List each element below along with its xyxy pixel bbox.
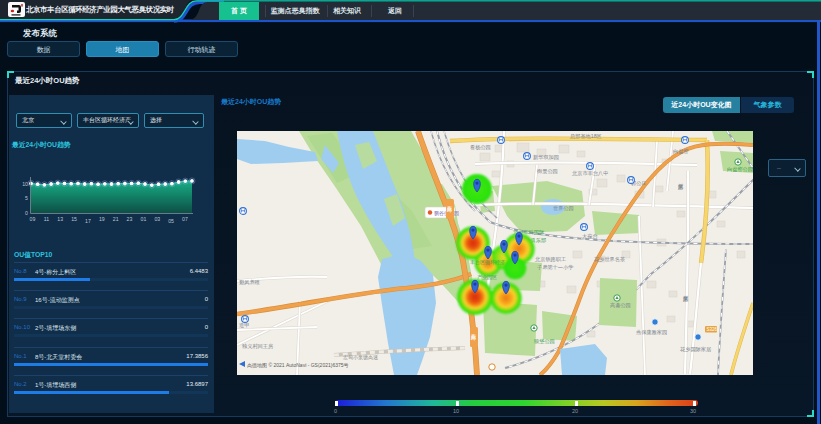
svg-text:新华双加园: 新华双加园 bbox=[533, 154, 559, 160]
svg-text:09: 09 bbox=[30, 216, 36, 222]
svg-text:0: 0 bbox=[25, 210, 28, 216]
svg-text:丰台区循环经济: 丰台区循环经济 bbox=[470, 259, 505, 266]
svg-text:大葆台: 大葆台 bbox=[582, 233, 598, 240]
svg-text:独义村回王房: 独义村回王房 bbox=[242, 343, 273, 350]
svg-text:白盆窑: 白盆窑 bbox=[673, 148, 689, 155]
svg-text:10: 10 bbox=[22, 181, 28, 187]
svg-text:19: 19 bbox=[99, 216, 105, 222]
svg-text:高德地图 © 2021 AutoNavi - GS(2021: 高德地图 © 2021 AutoNavi - GS(2021)6375号 bbox=[247, 362, 349, 369]
svg-text:北京市丰台八中: 北京市丰台八中 bbox=[571, 170, 608, 177]
svg-text:01: 01 bbox=[141, 216, 147, 222]
svg-text:白盆窑公园: 白盆窑公园 bbox=[727, 166, 753, 173]
svg-text:13: 13 bbox=[57, 216, 63, 222]
svg-text:北京铁路职工: 北京铁路职工 bbox=[534, 256, 566, 263]
svg-text:花乡世界名茶: 花乡世界名茶 bbox=[594, 256, 625, 263]
svg-text:鹅凤养殖: 鹅凤养殖 bbox=[239, 279, 260, 286]
svg-text:23: 23 bbox=[127, 216, 133, 222]
svg-text:狼垡公园: 狼垡公园 bbox=[534, 338, 555, 345]
svg-text:子弟第十一小学: 子弟第十一小学 bbox=[537, 264, 573, 270]
svg-text:世界公园: 世界公园 bbox=[553, 205, 574, 211]
svg-text:05: 05 bbox=[168, 218, 174, 224]
svg-text:S326: S326 bbox=[707, 327, 718, 332]
svg-text:高鑫公园: 高鑫公园 bbox=[610, 302, 631, 308]
svg-text:宏甸小泉塘高速: 宏甸小泉塘高速 bbox=[343, 354, 378, 360]
svg-text:花乡国际家居: 花乡国际家居 bbox=[680, 346, 712, 353]
svg-text:看杨公园: 看杨公园 bbox=[470, 144, 491, 151]
svg-text:燕保康雅家园: 燕保康雅家园 bbox=[636, 329, 667, 336]
svg-text:造甲: 造甲 bbox=[239, 322, 249, 328]
svg-text:5: 5 bbox=[25, 195, 28, 201]
svg-text:07: 07 bbox=[182, 216, 188, 222]
svg-text:产业园区: 产业园区 bbox=[477, 274, 497, 281]
svg-text:03: 03 bbox=[154, 216, 160, 222]
svg-text:11: 11 bbox=[44, 216, 49, 222]
svg-text:21: 21 bbox=[113, 216, 119, 222]
svg-text:17: 17 bbox=[85, 218, 91, 224]
svg-text:御景公园: 御景公园 bbox=[536, 168, 558, 174]
svg-text:总部基地18区: 总部基地18区 bbox=[569, 133, 602, 140]
svg-text:15: 15 bbox=[71, 216, 77, 222]
